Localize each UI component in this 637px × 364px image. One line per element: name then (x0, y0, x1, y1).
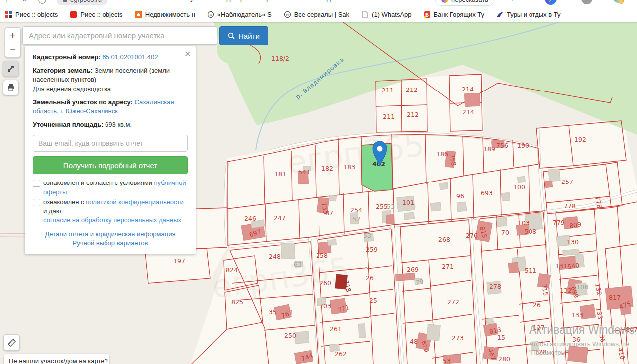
parcel-label: 258 (316, 252, 328, 259)
site-favicon (63, 0, 67, 2)
parcel-label: 186 (436, 150, 448, 158)
extension-icon[interactable] (613, 0, 626, 5)
manual-select-link[interactable]: Ручной выбор вариантов (73, 239, 148, 247)
parcel-label: 276 (466, 232, 478, 239)
bookmark-item[interactable]: Туры и отдых в Ту (496, 11, 560, 18)
parcel-label: 280 (498, 355, 510, 363)
parcel-label: 262 (335, 350, 347, 358)
parcel-label: 212 (407, 111, 419, 118)
cadastre-label: Кадастровый номер: (33, 53, 101, 61)
expand-icon (7, 65, 15, 73)
category-usage: Для ведения садоводства (33, 85, 111, 92)
parcel-label: 126 (529, 301, 541, 309)
parcel-label: 101 (402, 199, 414, 206)
home-icon[interactable]: ◯ (34, 0, 51, 4)
parcel-label: 254 (350, 206, 362, 214)
not-found-hint[interactable]: Не нашли участок/дом на карте? (4, 354, 109, 364)
tv-icon: tv (284, 11, 291, 18)
parcel-label: 508 (525, 228, 536, 235)
parcel-label: 25 (369, 297, 377, 304)
get-report-button[interactable]: Получить подробный отчет (33, 156, 188, 174)
zoom-out-button[interactable]: − (5, 42, 21, 58)
bookmark-item[interactable]: (1) WhatsApp (361, 11, 411, 18)
parcel-label: 268 (438, 236, 450, 243)
alice-icon[interactable]: ⚡ (545, 0, 557, 5)
bookmark-item[interactable]: Риес :: objects (70, 11, 122, 18)
parcel-label: 278 (489, 283, 501, 290)
parcel-label: 36 (572, 336, 580, 343)
back-icon[interactable]: ← (0, 0, 17, 4)
parcel-label: 103 (518, 219, 530, 227)
bookmark-item[interactable]: Риес :: objects (5, 11, 58, 18)
parcel-label: 211 (383, 113, 395, 120)
parcel-label: 181 (274, 170, 286, 178)
url-pill[interactable]: egrp365.ru (57, 0, 107, 5)
parcel-info-panel: × Кадастровый номер: 65:01:0201001:402 К… (25, 46, 196, 254)
parcel-label: 257 (561, 178, 573, 185)
page: { "browser": { "url_pill": "egrp365.ru",… (0, 0, 637, 364)
email-field[interactable] (33, 135, 188, 152)
parcel-label: 825 (231, 298, 243, 306)
privacy-link[interactable]: политикой конфиденциальности (86, 198, 184, 206)
parcel-label: 70 (501, 229, 509, 236)
parcel-label: 35 (269, 308, 277, 316)
measure-button[interactable] (3, 334, 20, 351)
parcel-label: 269 (407, 266, 419, 273)
area-label: Уточненная площадь: (33, 121, 103, 128)
profile-icon[interactable] (581, 0, 592, 4)
category-label: Категория земель: (33, 67, 93, 74)
grid-icon (5, 11, 12, 18)
report-details-link[interactable]: Детали отчета и юридическая информация (45, 230, 175, 238)
fullscreen-button[interactable] (3, 61, 19, 77)
gpt-icon (441, 0, 448, 3)
parcel-label: 824 (226, 266, 238, 273)
parcel-label: 214 (462, 108, 474, 116)
page-title: Публичная кадастровая карта - Россия 202… (186, 0, 334, 2)
parcel-label: 211 (382, 87, 394, 94)
parcel-label: 703 (319, 302, 331, 310)
cadastre-number-link[interactable]: 65:01:0201001:402 (102, 53, 158, 61)
print-button[interactable] (3, 80, 19, 95)
bookmark-item[interactable]: Недвижимость н (135, 11, 195, 18)
parcel-label: 214 (462, 86, 474, 93)
parcel-label: 272 (447, 298, 459, 306)
parcel-label: 15 (497, 334, 505, 341)
parcel-label: 212 (406, 86, 418, 93)
parcel-label: 52 (353, 215, 361, 223)
bookmark-item[interactable]: tv«Наблюдатель» S (207, 11, 272, 18)
printer-icon (7, 84, 15, 91)
search-button[interactable]: Найти (219, 26, 268, 45)
parcel-label: 26 (366, 274, 374, 282)
parcel-label: 541 (298, 168, 310, 176)
parcel-label: 183 (343, 163, 355, 171)
privacy-checkbox[interactable] (33, 199, 40, 206)
ruler-icon (7, 338, 16, 347)
reload-icon[interactable]: ⟳ (17, 0, 34, 4)
offer-checkbox[interactable] (33, 180, 40, 187)
parcel-label: 778 (564, 202, 576, 210)
parcel-label: 87 (325, 209, 333, 217)
area-value: 693 кв.м. (105, 121, 132, 128)
personal-data-link[interactable]: согласие на обработку персональных данны… (43, 216, 181, 224)
consent1-text: ознакомлен и согласен с условиями (43, 179, 152, 186)
zoom-in-button[interactable]: + (5, 27, 21, 43)
svg-text:tv: tv (286, 13, 289, 16)
more-options-icon[interactable]: ⋮ (509, 0, 516, 2)
parcel-label: 190 (517, 142, 529, 149)
search-bar: Найти (22, 26, 268, 45)
parcel-label: 192 (574, 136, 586, 143)
search-input[interactable] (22, 26, 217, 45)
close-icon[interactable]: × (185, 48, 191, 59)
browser-chrome: ← ⟳ ◯ egrp365.ru Публичная кадастровая к… (0, 0, 637, 6)
bookmark-item[interactable]: tvВсе сериалы | Sak (284, 11, 349, 18)
parcel-label: 63 (294, 261, 302, 268)
parcel-label: 260 (319, 279, 331, 287)
parcel-label: 127 (533, 324, 545, 331)
bookmark-item[interactable]: ББанк Горящих Ту (424, 11, 485, 18)
parcel-label: 53 (387, 203, 395, 210)
svg-text:tv: tv (209, 13, 212, 16)
parcel-label: 261 (330, 325, 342, 333)
retell-button[interactable]: пересказать (435, 0, 495, 6)
parcel-label: 273 (452, 334, 464, 342)
parcel-label: 779 (553, 219, 565, 226)
